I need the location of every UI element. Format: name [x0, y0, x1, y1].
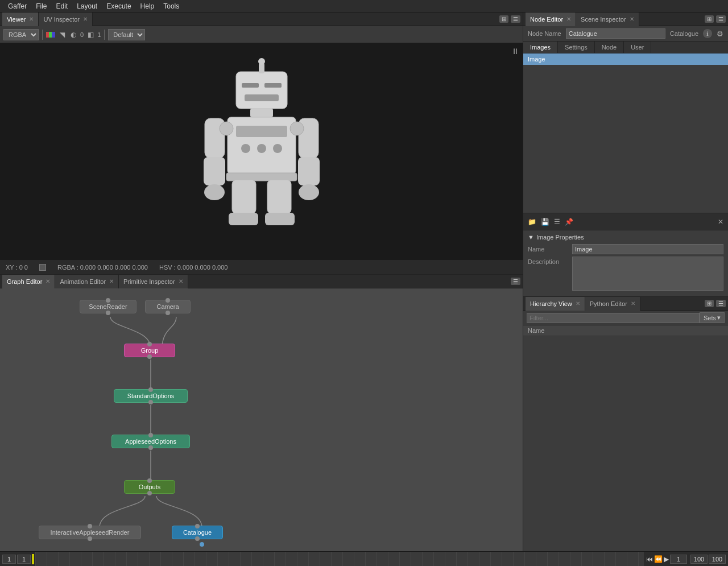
timeline-playback-end[interactable]	[709, 555, 726, 564]
node-group[interactable]: Group	[124, 344, 175, 357]
tab-python-editor[interactable]: Python Editor ✕	[585, 297, 640, 311]
hierarchy-menu-btn[interactable]: ☰	[716, 300, 726, 307]
goto-start-btn[interactable]: ⏮	[646, 555, 653, 563]
node-appleseed-options[interactable]: AppleseedOptions	[111, 435, 190, 448]
svg-rect-6	[242, 83, 259, 88]
sub-tab-images[interactable]: Images	[523, 42, 558, 53]
menu-tools[interactable]: Tools	[159, 1, 184, 11]
node-type-badge: Catalogue	[670, 30, 698, 37]
tab-node-editor-close[interactable]: ✕	[566, 16, 571, 22]
graph-content[interactable]: SceneReader Camera Group	[0, 288, 523, 551]
timeline-start-frame[interactable]	[2, 555, 16, 564]
color-chips-icon[interactable]	[46, 30, 55, 39]
graph-tab-bar: Graph Editor ✕ Animation Editor ✕ Primit…	[0, 275, 523, 288]
catalogue-bottom-connector	[195, 536, 200, 541]
sub-tab-node[interactable]: Node	[595, 42, 624, 53]
sub-tab-user[interactable]: User	[624, 42, 651, 53]
node-editor-menu-btn[interactable]: ☰	[716, 15, 726, 23]
viewer-layout-btn[interactable]: ⊞	[499, 15, 508, 23]
prop-name-input[interactable]	[572, 244, 723, 254]
playback-current-frame[interactable]	[670, 555, 687, 564]
timeline-controls: ⏮ ⏪ ▶	[644, 555, 689, 564]
node-editor-layout-btn[interactable]: ⊞	[705, 15, 714, 23]
tab-uv-inspector-close[interactable]: ✕	[83, 16, 88, 22]
menu-layout[interactable]: Layout	[72, 1, 102, 11]
node-sub-tabs: Images Settings Node User	[523, 42, 728, 53]
svg-point-21	[299, 184, 319, 200]
lut-select[interactable]: Default	[108, 29, 145, 40]
svg-rect-25	[265, 213, 295, 225]
tab-uv-inspector[interactable]: UV Inspector ✕	[39, 13, 93, 26]
exposure-icon[interactable]: ◐	[69, 30, 78, 39]
info-icon[interactable]: ℹ	[703, 29, 712, 38]
prop-desc-textarea[interactable]	[572, 257, 723, 291]
tab-viewer-close[interactable]: ✕	[29, 16, 34, 22]
play-btn[interactable]: ▶	[664, 555, 669, 563]
sub-tab-settings[interactable]: Settings	[558, 42, 595, 53]
settings-gear-icon[interactable]: ⚙	[717, 30, 723, 38]
menu-file[interactable]: File	[31, 1, 51, 11]
tab-graph-close[interactable]: ✕	[46, 278, 50, 284]
prop-section-arrow: ▼	[528, 234, 534, 241]
hierarchy-filter-toolbar: Sets ▾	[523, 311, 728, 325]
node-interactive-render[interactable]: InteractiveAppleseedRender	[39, 526, 141, 539]
prop-close-btn[interactable]: ✕	[717, 217, 725, 227]
menu-execute[interactable]: Execute	[102, 1, 135, 11]
tab-primitive-close[interactable]: ✕	[179, 278, 183, 284]
color-swatch	[39, 264, 46, 271]
hierarchy-layout-btn[interactable]: ⊞	[705, 300, 714, 307]
node-name-input[interactable]	[566, 28, 665, 39]
tab-animation-close[interactable]: ✕	[109, 278, 114, 284]
node-camera-label: Camera	[156, 303, 179, 310]
tab-node-editor[interactable]: Node Editor ✕	[526, 13, 576, 26]
tab-scene-inspector-close[interactable]: ✕	[630, 16, 634, 22]
hierarchy-filter-input[interactable]	[527, 313, 700, 323]
tab-hierarchy-label: Hierarchy View	[530, 300, 572, 307]
graph-menu-btn[interactable]: ☰	[511, 278, 520, 285]
menu-edit[interactable]: Edit	[51, 1, 72, 11]
node-scene-reader[interactable]: SceneReader	[80, 300, 136, 313]
clipping-icon[interactable]: ◥	[57, 30, 67, 39]
viewer-pause-btn[interactable]: ⏸	[511, 47, 519, 56]
channel-select[interactable]: RGBA	[3, 29, 39, 40]
timeline-end-frame[interactable]	[690, 555, 708, 564]
prop-btn-4[interactable]: 📌	[564, 217, 574, 227]
image-list-item[interactable]: Image	[523, 53, 728, 65]
node-standard-options[interactable]: StandardOptions	[114, 389, 188, 403]
svg-point-31	[200, 542, 204, 547]
timeline-bar: ⏮ ⏪ ▶	[0, 551, 728, 566]
prop-name-row: Name	[528, 244, 723, 254]
tab-graph-label: Graph Editor	[7, 278, 42, 285]
hsv-values: HSV : 0.000 0.000 0.000	[159, 264, 228, 271]
appl-opts-top-connector	[148, 433, 153, 437]
menu-gaffer[interactable]: Gaffer	[3, 1, 31, 11]
tab-hierarchy-view[interactable]: Hierarchy View ✕	[526, 297, 585, 311]
tab-scene-inspector[interactable]: Scene Inspector ✕	[576, 13, 639, 26]
tab-graph-editor[interactable]: Graph Editor ✕	[2, 275, 55, 288]
tab-hierarchy-close[interactable]: ✕	[576, 300, 580, 307]
node-catalogue[interactable]: Catalogue	[172, 526, 223, 539]
prop-btn-3[interactable]: ☰	[553, 217, 561, 227]
tab-viewer[interactable]: Viewer ✕	[2, 13, 39, 26]
prop-btn-2[interactable]: 💾	[540, 217, 551, 227]
viewer-menu-btn[interactable]: ☰	[511, 15, 520, 23]
std-opts-bottom-connector	[148, 400, 153, 404]
main-layout: Viewer ✕ UV Inspector ✕ ⊞ ☰ RGBA	[0, 13, 728, 551]
tab-primitive-inspector[interactable]: Primitive Inspector ✕	[119, 275, 188, 288]
menu-bar: Gaffer File Edit Layout Execute Help Too…	[0, 0, 728, 13]
menu-help[interactable]: Help	[136, 1, 159, 11]
tab-animation-label: Animation Editor	[60, 278, 106, 285]
std-opts-top-connector	[148, 387, 153, 392]
gamma-icon[interactable]: ◧	[86, 30, 95, 39]
tab-animation-editor[interactable]: Animation Editor ✕	[55, 275, 119, 288]
tab-python-close[interactable]: ✕	[631, 300, 635, 307]
prop-btn-1[interactable]: 📁	[527, 217, 537, 227]
svg-rect-8	[245, 94, 279, 101]
prop-desc-label: Description	[528, 257, 568, 265]
node-editor-tab-bar: Node Editor ✕ Scene Inspector ✕ ⊞ ☰	[523, 13, 728, 26]
sets-button[interactable]: Sets ▾	[700, 312, 725, 323]
timeline-current-frame[interactable]	[17, 555, 31, 564]
node-outputs[interactable]: Outputs	[124, 480, 175, 494]
node-camera[interactable]: Camera	[145, 300, 191, 313]
step-back-btn[interactable]: ⏪	[654, 555, 663, 563]
